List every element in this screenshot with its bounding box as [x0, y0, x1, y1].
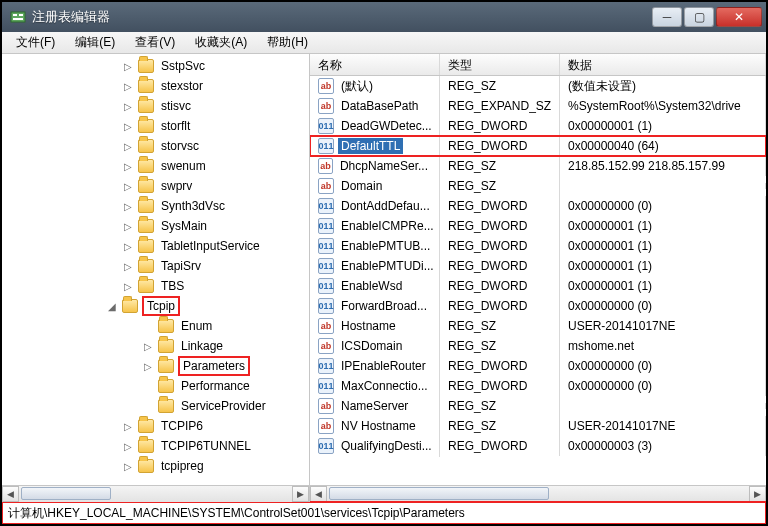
col-name[interactable]: 名称	[310, 54, 440, 75]
expand-icon[interactable]: ▷	[122, 101, 134, 112]
value-row[interactable]: 011EnablePMTUB...REG_DWORD0x00000001 (1)	[310, 236, 766, 256]
value-row[interactable]: 011QualifyingDesti...REG_DWORD0x00000003…	[310, 436, 766, 456]
col-data[interactable]: 数据	[560, 54, 766, 75]
expand-icon[interactable]: ▷	[122, 81, 134, 92]
value-row[interactable]: 011EnablePMTUDi...REG_DWORD0x00000001 (1…	[310, 256, 766, 276]
menu-help[interactable]: 帮助(H)	[259, 32, 316, 53]
value-row[interactable]: 011DefaultTTLREG_DWORD0x00000040 (64)	[310, 136, 766, 156]
expand-icon[interactable]: ▷	[122, 421, 134, 432]
expand-icon[interactable]: ▷	[122, 461, 134, 472]
tree-item[interactable]: ▷stisvc	[2, 96, 309, 116]
titlebar[interactable]: 注册表编辑器 ─ ▢ ✕	[2, 2, 766, 32]
tree-item[interactable]: ▷stexstor	[2, 76, 309, 96]
tree-label: tcpipreg	[158, 458, 207, 474]
value-row[interactable]: 011ForwardBroad...REG_DWORD0x00000000 (0…	[310, 296, 766, 316]
menu-edit[interactable]: 编辑(E)	[67, 32, 123, 53]
scroll-left-icon[interactable]: ◀	[2, 486, 19, 502]
app-icon	[10, 9, 26, 25]
tree-item[interactable]: ▷storflt	[2, 116, 309, 136]
value-row[interactable]: 011EnableWsdREG_DWORD0x00000001 (1)	[310, 276, 766, 296]
tree-item[interactable]: ▷swprv	[2, 176, 309, 196]
tree-item[interactable]: ▷TabletInputService	[2, 236, 309, 256]
list-header[interactable]: 名称 类型 数据	[310, 54, 766, 76]
value-type: REG_DWORD	[440, 276, 560, 296]
value-row[interactable]: abNV HostnameREG_SZUSER-20141017NE	[310, 416, 766, 436]
value-row[interactable]: abDomainREG_SZ	[310, 176, 766, 196]
tree-item[interactable]: ▷storvsc	[2, 136, 309, 156]
tree-item[interactable]: ▷Parameters	[2, 356, 309, 376]
close-button[interactable]: ✕	[716, 7, 762, 27]
tree-item[interactable]: ▷swenum	[2, 156, 309, 176]
scroll-right-icon[interactable]: ▶	[749, 486, 766, 502]
value-type: REG_DWORD	[440, 216, 560, 236]
tree-item[interactable]: ▷TapiSrv	[2, 256, 309, 276]
tree-item[interactable]: ServiceProvider	[2, 396, 309, 416]
tree-item[interactable]: ◢Tcpip	[2, 296, 309, 316]
status-bar: 计算机\HKEY_LOCAL_MACHINE\SYSTEM\ControlSet…	[2, 502, 766, 524]
expand-icon[interactable]: ▷	[142, 361, 154, 372]
expand-icon[interactable]: ▷	[122, 221, 134, 232]
maximize-button[interactable]: ▢	[684, 7, 714, 27]
value-row[interactable]: abDhcpNameSer...REG_SZ218.85.152.99 218.…	[310, 156, 766, 176]
value-row[interactable]: abICSDomainREG_SZmshome.net	[310, 336, 766, 356]
tree-item[interactable]: ▷Linkage	[2, 336, 309, 356]
expand-icon[interactable]: ▷	[122, 441, 134, 452]
list-hscroll[interactable]: ◀ ▶	[310, 485, 766, 502]
expand-icon[interactable]: ▷	[122, 141, 134, 152]
col-type[interactable]: 类型	[440, 54, 560, 75]
menu-view[interactable]: 查看(V)	[127, 32, 183, 53]
scroll-left-icon[interactable]: ◀	[310, 486, 327, 502]
expand-icon[interactable]: ▷	[122, 201, 134, 212]
value-row[interactable]: 011DeadGWDetec...REG_DWORD0x00000001 (1)	[310, 116, 766, 136]
value-row[interactable]: abHostnameREG_SZUSER-20141017NE	[310, 316, 766, 336]
menu-favorites[interactable]: 收藏夹(A)	[187, 32, 255, 53]
value-row[interactable]: abDataBasePathREG_EXPAND_SZ%SystemRoot%\…	[310, 96, 766, 116]
minimize-button[interactable]: ─	[652, 7, 682, 27]
tree-label: TCPIP6TUNNEL	[158, 438, 254, 454]
tree-item[interactable]: ▷TBS	[2, 276, 309, 296]
value-name: DefaultTTL	[338, 138, 403, 154]
dword-value-icon: 011	[318, 218, 334, 234]
expand-icon[interactable]: ▷	[122, 281, 134, 292]
tree-hscroll[interactable]: ◀ ▶	[2, 485, 309, 502]
tree-item[interactable]: ▷SysMain	[2, 216, 309, 236]
value-row[interactable]: 011IPEnableRouterREG_DWORD0x00000000 (0)	[310, 356, 766, 376]
value-type: REG_SZ	[440, 76, 560, 96]
expand-icon[interactable]: ▷	[122, 181, 134, 192]
folder-icon	[138, 199, 154, 213]
tree-item[interactable]: Performance	[2, 376, 309, 396]
expand-icon[interactable]: ▷	[122, 61, 134, 72]
tree-item[interactable]: ▷Synth3dVsc	[2, 196, 309, 216]
registry-tree[interactable]: ▷SstpSvc▷stexstor▷stisvc▷storflt▷storvsc…	[2, 54, 309, 485]
expand-icon[interactable]: ◢	[106, 301, 118, 312]
dword-value-icon: 011	[318, 358, 334, 374]
value-data: (数值未设置)	[560, 76, 766, 98]
value-row[interactable]: 011EnableICMPRe...REG_DWORD0x00000001 (1…	[310, 216, 766, 236]
tree-label: TapiSrv	[158, 258, 204, 274]
tree-item[interactable]: ▷SstpSvc	[2, 56, 309, 76]
tree-item[interactable]: Enum	[2, 316, 309, 336]
scroll-right-icon[interactable]: ▶	[292, 486, 309, 502]
value-name: MaxConnectio...	[338, 378, 431, 394]
value-name: DhcpNameSer...	[337, 158, 431, 174]
expand-icon[interactable]: ▷	[122, 161, 134, 172]
value-row[interactable]: abNameServerREG_SZ	[310, 396, 766, 416]
tree-item[interactable]: ▷TCPIP6	[2, 416, 309, 436]
tree-item[interactable]: ▷tcpipreg	[2, 456, 309, 476]
expand-icon[interactable]: ▷	[122, 261, 134, 272]
value-row[interactable]: 011DontAddDefau...REG_DWORD0x00000000 (0…	[310, 196, 766, 216]
value-row[interactable]: ab(默认)REG_SZ(数值未设置)	[310, 76, 766, 96]
menu-file[interactable]: 文件(F)	[8, 32, 63, 53]
expand-icon[interactable]: ▷	[142, 341, 154, 352]
expand-icon[interactable]: ▷	[122, 121, 134, 132]
expand-icon[interactable]: ▷	[122, 241, 134, 252]
value-data: 218.85.152.99 218.85.157.99	[560, 156, 766, 176]
value-name: NV Hostname	[338, 418, 419, 434]
value-data: 0x00000001 (1)	[560, 216, 766, 236]
folder-icon	[158, 319, 174, 333]
tree-item[interactable]: ▷TCPIP6TUNNEL	[2, 436, 309, 456]
svg-rect-3	[13, 18, 23, 20]
value-row[interactable]: 011MaxConnectio...REG_DWORD0x00000000 (0…	[310, 376, 766, 396]
folder-icon	[138, 259, 154, 273]
values-list[interactable]: ab(默认)REG_SZ(数值未设置)abDataBasePathREG_EXP…	[310, 76, 766, 485]
